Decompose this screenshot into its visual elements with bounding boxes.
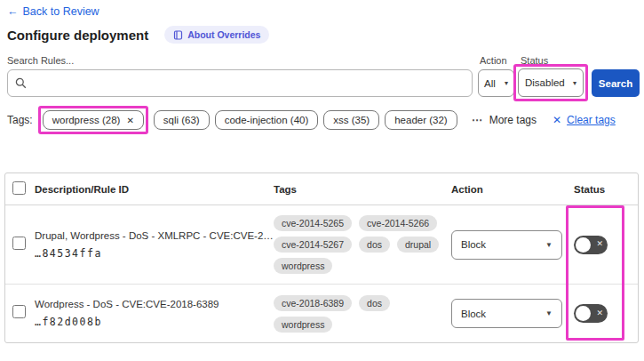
rule-description: Wordpress - DoS - CVE:CVE-2018-6389: [35, 299, 274, 309]
chevron-down-icon: ▾: [573, 79, 576, 87]
toggle-x-icon: ✕: [596, 240, 603, 248]
table-row: Drupal, Wordpress - DoS - XMLRPC - CVE:C…: [5, 205, 638, 284]
tag-chip-sqli[interactable]: sqli (63): [154, 110, 210, 130]
status-toggle[interactable]: ✕: [574, 304, 608, 323]
clear-tags-label: Clear tags: [567, 114, 616, 126]
rule-tag-pill: dos: [359, 237, 390, 253]
select-all-checkbox[interactable]: [12, 181, 26, 195]
action-filter-label: Action: [480, 55, 507, 66]
status-toggle[interactable]: ✕: [574, 236, 608, 254]
rule-tag-pill: cve-2014-5265: [274, 215, 352, 231]
more-tags-button[interactable]: ⋯ More tags: [472, 114, 537, 126]
more-tags-label: More tags: [489, 114, 537, 126]
tag-chip-code-injection[interactable]: code-injection (40): [215, 110, 319, 130]
chevron-down-icon: ▼: [545, 309, 553, 317]
rule-tags: cve-2018-6389 dos wordpress: [274, 295, 444, 333]
tag-chip-xss[interactable]: xss (35): [323, 110, 379, 130]
selected-tag-highlight: wordpress (28) ✕: [38, 106, 148, 134]
column-header-description: Description/Rule ID: [35, 184, 274, 195]
tags-bar: Tags: wordpress (28) ✕ sqli (63) code-in…: [7, 106, 616, 134]
action-dropdown-value: All: [484, 78, 496, 89]
search-button[interactable]: Search: [592, 69, 640, 97]
rule-tag-pill: dos: [359, 295, 390, 311]
table-header-row: Description/Rule ID Tags Action Status: [5, 173, 638, 205]
toggle-knob: [576, 306, 591, 321]
remove-tag-icon[interactable]: ✕: [126, 116, 133, 125]
tags-bar-label: Tags:: [7, 114, 33, 126]
status-filter-highlight: Disabled ▾: [513, 64, 588, 101]
column-header-tags: Tags: [274, 184, 449, 195]
about-overrides-badge[interactable]: About Overrides: [164, 26, 269, 44]
rule-tag-pill: wordpress: [274, 317, 332, 333]
ellipsis-icon: ⋯: [472, 114, 483, 126]
rule-tag-pill: cve-2018-6389: [274, 295, 352, 311]
rule-id: …84534ffa: [35, 247, 274, 260]
rule-tag-pill: wordpress: [274, 258, 332, 274]
rule-tag-pill: cve-2014-5266: [359, 215, 437, 231]
search-input-wrap: [7, 69, 473, 97]
action-select[interactable]: Block ▼: [451, 299, 562, 328]
action-select-value: Block: [461, 239, 486, 250]
row-checkbox[interactable]: [12, 305, 26, 318]
rule-tag-pill: cve-2014-5267: [274, 237, 352, 253]
action-select[interactable]: Block ▼: [451, 230, 562, 260]
book-icon: [173, 30, 183, 40]
tag-chip-wordpress[interactable]: wordpress (28) ✕: [43, 110, 144, 130]
title-row: Configure deployment About Overrides: [7, 26, 269, 44]
rule-description: Drupal, Wordpress - DoS - XMLRPC - CVE:C…: [35, 230, 274, 241]
action-dropdown[interactable]: All ▾: [478, 69, 514, 97]
rule-tags: cve-2014-5265 cve-2014-5266 cve-2014-526…: [274, 215, 444, 274]
about-overrides-label: About Overrides: [187, 29, 260, 40]
toggle-knob: [576, 237, 591, 253]
action-select-value: Block: [461, 309, 486, 319]
chevron-down-icon: ▾: [505, 79, 508, 87]
clear-tags-x-icon: ✕: [553, 114, 561, 126]
search-input[interactable]: [32, 77, 465, 90]
column-header-status: Status: [568, 184, 638, 195]
rule-id: …f82d008b: [35, 316, 274, 328]
page-title: Configure deployment: [7, 28, 148, 43]
clear-tags-link[interactable]: ✕ Clear tags: [553, 114, 616, 126]
rules-table: Description/Rule ID Tags Action Status D…: [4, 172, 639, 343]
status-dropdown[interactable]: Disabled ▾: [518, 68, 584, 97]
status-dropdown-value: Disabled: [525, 77, 565, 88]
tag-chip-header[interactable]: header (32): [385, 110, 457, 130]
tag-chip-label: wordpress (28): [52, 115, 121, 125]
back-arrow-icon: ←: [7, 5, 19, 18]
row-checkbox[interactable]: [12, 237, 26, 250]
column-header-action: Action: [449, 184, 568, 195]
chevron-down-icon: ▼: [545, 241, 553, 249]
back-link-label: Back to Review: [23, 5, 99, 18]
back-to-review-link[interactable]: ← Back to Review: [7, 5, 99, 18]
table-row: Wordpress - DoS - CVE:CVE-2018-6389 …f82…: [5, 284, 638, 342]
toggle-x-icon: ✕: [596, 309, 603, 317]
search-rules-label: Search Rules...: [7, 55, 74, 66]
search-icon: [15, 77, 27, 89]
configure-deployment-page: ← Back to Review Configure deployment Ab…: [0, 0, 644, 361]
rule-tag-pill: drupal: [397, 237, 439, 253]
